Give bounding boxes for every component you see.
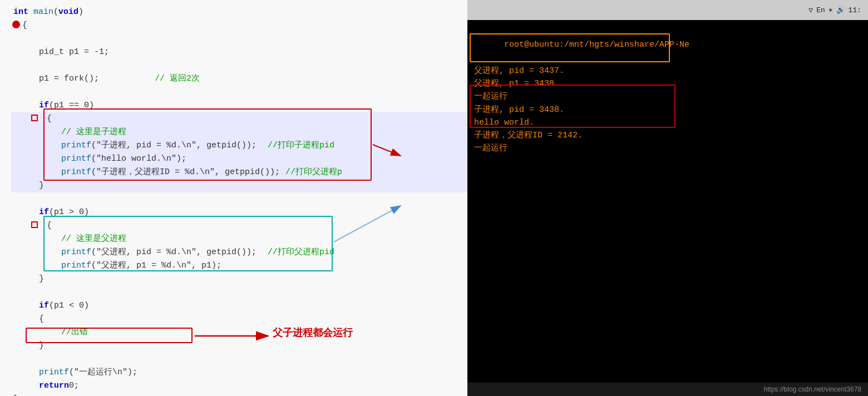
code-line-blank5 — [11, 286, 467, 299]
time-display: 11: — [849, 6, 861, 14]
term-path-line: root@ubuntu:/mnt/hgts/winshare/APP-Ne — [474, 26, 861, 65]
code-line-parent-close: } — [11, 273, 467, 286]
terminal-panel: ▽ En ✶ 🔊 11: root@ubuntu:/mnt/hgts/winsh… — [467, 0, 868, 396]
code-line-error-close: } — [11, 339, 467, 353]
breakpoint-square-2 — [31, 221, 38, 228]
code-line-child-comment: // 这里是子进程 — [11, 126, 467, 139]
punct: ( — [53, 6, 58, 19]
breakpoint-square-1 — [31, 115, 38, 121]
code-line-if3: if (p1 < 0) — [11, 299, 467, 313]
code-line-if1: if (p1 == 0) — [11, 99, 467, 112]
code-line-child-printf2: printf("hello world.\n"); — [11, 152, 467, 166]
code-line-child-close: } — [11, 179, 467, 192]
code-line-blank3 — [11, 86, 467, 99]
code-line-fork: p1 = fork(); // 返回2次 — [11, 72, 467, 86]
keyword-int: int — [13, 6, 28, 19]
lang-indicator: En — [816, 6, 825, 14]
volume-icon: 🔊 — [836, 6, 845, 14]
code-line-blank1 — [11, 32, 467, 46]
code-line-child-printf3: printf("子进程，父进程ID = %d.\n", getppid()); … — [11, 166, 467, 179]
code-line-parent-printf1: printf("父进程, pid = %d.\n", getpid()); //… — [11, 246, 467, 259]
term-line-6: 子进程，父进程ID = 2142. — [474, 129, 861, 142]
bottom-bar: https://blog.csdn.net/vincent3678 — [467, 383, 868, 396]
code-line-together: printf("一起运行\n"); — [11, 366, 467, 379]
term-line-2: 父进程, p1 = 3438. — [474, 77, 861, 90]
keyword-void: void — [58, 6, 78, 19]
code-line-child-printf1: printf("子进程, pid = %d.\n", getpid()); //… — [11, 139, 467, 152]
code-line-blank2 — [11, 59, 467, 72]
term-path-text: root@ubuntu:/mnt/hgts/winshare/APP-Ne — [504, 40, 689, 50]
wifi-icon: ▽ — [808, 6, 813, 14]
bluetooth-icon: ✶ — [828, 6, 833, 14]
code-line-error-comment: //出错 — [11, 326, 467, 339]
code-line-if2: if (p1 > 0) — [11, 206, 467, 219]
code-line-parent-comment: // 这里是父进程 — [11, 232, 467, 246]
term-line-7: 一起运行 — [474, 142, 861, 155]
together-annotation: 父子进程都会运行 — [273, 326, 353, 339]
code-line-main-close: } — [11, 393, 467, 396]
code-line-error-open: { — [11, 313, 467, 326]
code-line-piddef: pid_t p1 = -1; — [11, 46, 467, 59]
code-line-parent-printf2: printf("父进程, p1 = %d.\n", p1); — [11, 259, 467, 273]
code-line-parent-open: { — [11, 219, 467, 232]
code-line-1: int main(void) — [11, 6, 467, 19]
url-text: https://blog.csdn.net/vincent3678 — [764, 385, 861, 393]
code-line-blank4 — [11, 192, 467, 206]
breakpoint-1 — [12, 21, 20, 28]
code-line-child-open: { — [11, 112, 467, 126]
term-line-1: 父进程, pid = 3437. — [474, 65, 861, 77]
code-line-blank6 — [11, 353, 467, 366]
term-line-5: hello world. — [474, 116, 861, 129]
code-line-return: return 0; — [11, 379, 467, 393]
term-line-4: 子进程, pid = 3438. — [474, 103, 861, 116]
code-line-2: { — [11, 19, 467, 32]
taskbar: ▽ En ✶ 🔊 11: — [467, 0, 868, 20]
code-panel: int main(void) { pid_t p1 = -1; p1 = for… — [0, 0, 467, 396]
term-line-3: 一起运行 — [474, 90, 861, 103]
fn-main: main — [33, 6, 53, 19]
terminal-content: root@ubuntu:/mnt/hgts/winshare/APP-Ne 父进… — [467, 20, 868, 383]
taskbar-icons: ▽ En ✶ 🔊 11: — [808, 6, 861, 14]
code-content: int main(void) { pid_t p1 = -1; p1 = for… — [0, 6, 467, 396]
